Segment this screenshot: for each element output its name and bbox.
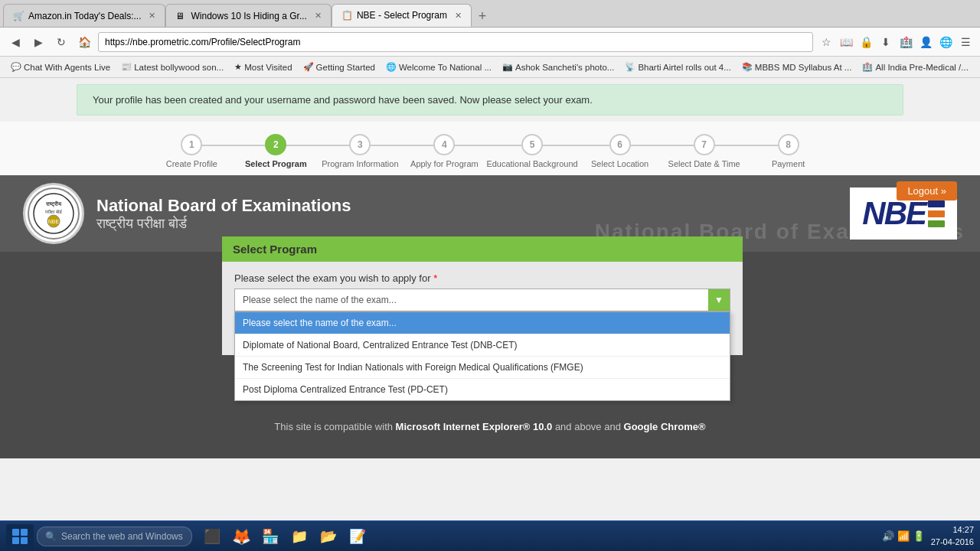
bookmark-bollywood[interactable]: 📰 Latest bollywood son... xyxy=(116,60,228,73)
menu-icon[interactable]: ☰ xyxy=(957,34,974,51)
home-button[interactable]: 🏠 xyxy=(75,33,93,51)
tab-nbe[interactable]: 📋 NBE - Select Program ✕ xyxy=(332,4,472,27)
signal-icon: 📡 xyxy=(625,62,635,72)
step-circle-3: 3 xyxy=(349,134,371,155)
step-circle-4: 4 xyxy=(433,134,455,155)
dropdown-option-dnb[interactable]: Diplomate of National Board, Centralized… xyxy=(235,334,730,357)
bookmark-chat[interactable]: 💬 Chat With Agents Live xyxy=(6,60,115,73)
taskbar-app-folder[interactable]: 📁 xyxy=(286,523,313,550)
taskbar-app-task-view[interactable]: ⬛ xyxy=(198,523,226,550)
nbe-bar-blue xyxy=(928,201,945,207)
tab-favicon-amazon: 🛒 xyxy=(13,11,24,21)
taskbar-app-folder2[interactable]: 📂 xyxy=(315,523,342,550)
taskbar-right: 🔊 📶 🔋 14:27 27-04-2016 xyxy=(882,524,974,548)
dropdown-option-pdcet[interactable]: Post Diploma Centralized Entrance Test (… xyxy=(235,379,730,400)
system-tray: 🔊 📶 🔋 xyxy=(882,530,925,542)
step-5: 5 Educational Background xyxy=(486,134,577,169)
step-circle-8: 8 xyxy=(778,134,799,155)
taskbar-app-store[interactable]: 🏪 xyxy=(256,523,284,550)
bookmark-medical[interactable]: 🏥 All India Pre-Medical /... xyxy=(858,60,972,73)
step-8: 8 Payment xyxy=(746,134,831,169)
bookmark-visited[interactable]: ★ Most Visited xyxy=(230,60,296,73)
bookmark-icon[interactable]: ☆ xyxy=(818,34,835,51)
chrome-text: Google Chrome® xyxy=(624,421,706,432)
profile-icon[interactable]: 👤 xyxy=(917,34,934,51)
tab-close-amazon[interactable]: ✕ xyxy=(149,11,155,21)
notification-bar: Your profile has been created and your u… xyxy=(77,84,903,116)
tab-close-nbe[interactable]: ✕ xyxy=(455,11,462,21)
taskbar-search-input[interactable] xyxy=(61,531,184,542)
firefox-sync-icon[interactable]: 🔒 xyxy=(858,34,874,51)
taskbar-apps: ⬛ 🦊 🏪 📁 📂 📝 xyxy=(198,523,371,550)
bookmark-mbbs[interactable]: 📚 MBBS MD Syllabus At ... xyxy=(737,60,857,73)
step-3: 3 Program Information xyxy=(318,134,402,169)
clock-date: 27-04-2016 xyxy=(931,536,974,548)
rocket-icon: 🚀 xyxy=(303,62,314,72)
windows-logo xyxy=(12,529,28,544)
taskbar-app-firefox[interactable]: 🦊 xyxy=(227,523,255,550)
start-button[interactable] xyxy=(6,524,34,549)
browser-tab-bar: 🛒 Amazon.in Today's Deals:... ✕ 🖥 Window… xyxy=(0,0,980,28)
svg-text:परीक्षा बोर्ड: परीक्षा बोर्ड xyxy=(44,209,62,214)
select-program-form: Select Program Please select the exam yo… xyxy=(222,236,743,355)
step-circle-6: 6 xyxy=(609,134,631,155)
step-2: 2 Select Program xyxy=(234,134,318,169)
select-arrow-icon: ▼ xyxy=(708,289,730,311)
tab-favicon-nbe: 📋 xyxy=(341,10,352,21)
step-circle-1: 1 xyxy=(181,134,202,155)
exam-select-wrapper: Please select the name of the exam... ▼ … xyxy=(234,289,730,311)
step-label-6: Select Location xyxy=(591,158,648,169)
bookmark-national[interactable]: 🌐 Welcome To National ... xyxy=(381,60,496,73)
new-tab-button[interactable]: + xyxy=(472,5,493,27)
back-button[interactable]: ◀ xyxy=(6,33,24,51)
org-name-hindi: राष्ट्रीय परीक्षा बोर्ड xyxy=(96,216,351,232)
bookmark-photo[interactable]: 📷 Ashok Sancheti's photo... xyxy=(498,60,619,73)
header-left: राष्ट्रीय परीक्षा बोर्ड NBE National Boa… xyxy=(23,183,351,244)
address-input[interactable] xyxy=(98,32,813,52)
tray-icon-2: 📶 xyxy=(897,530,910,542)
step-label-7: Select Date & Time xyxy=(668,158,740,169)
required-marker: * xyxy=(433,272,437,284)
step-label-4: Apply for Program xyxy=(410,158,479,169)
search-icon: 🔍 xyxy=(45,531,57,542)
form-body: Please select the exam you wish to apply… xyxy=(222,262,743,322)
step-label-8: Payment xyxy=(772,158,805,169)
mozilla-icon[interactable]: 🌐 xyxy=(937,34,954,51)
step-circle-2: 2 xyxy=(265,134,286,155)
photo-icon: 📷 xyxy=(502,62,513,72)
step-7: 7 Select Date & Time xyxy=(662,134,746,169)
dropdown-option-placeholder[interactable]: Please select the name of the exam... xyxy=(235,312,730,334)
emblem-svg: राष्ट्रीय परीक्षा बोर्ड NBE xyxy=(28,187,80,240)
tab-close-windows[interactable]: ✕ xyxy=(315,11,322,21)
tab-windows[interactable]: 🖥 Windows 10 Is Hiding a Gr... ✕ xyxy=(165,4,331,27)
download-icon[interactable]: ⬇ xyxy=(877,34,894,51)
step-label-2: Select Program xyxy=(245,158,307,169)
nbe-letters: NBE xyxy=(862,195,926,232)
page-content: Your profile has been created and your u… xyxy=(0,78,980,527)
nbe-color-bars xyxy=(928,201,945,227)
forward-button[interactable]: ▶ xyxy=(29,33,47,51)
news-icon: 📰 xyxy=(121,62,132,72)
exam-select-display[interactable]: Please select the name of the exam... ▼ xyxy=(234,289,730,311)
step-4: 4 Apply for Program xyxy=(402,134,486,169)
bookmark-airtel[interactable]: 📡 Bharti Airtel rolls out 4... xyxy=(620,60,735,73)
reader-icon[interactable]: 📖 xyxy=(838,34,854,51)
form-title: Select Program xyxy=(222,236,743,262)
header-title: National Board of Examinations राष्ट्रीय… xyxy=(96,196,351,232)
dropdown-option-fmge[interactable]: The Screening Test for Indian Nationals … xyxy=(235,357,730,379)
logout-button[interactable]: Logout » xyxy=(897,181,957,201)
tab-label-nbe: NBE - Select Program xyxy=(357,10,447,21)
nbe-icon[interactable]: 🏥 xyxy=(897,34,914,51)
nbe-bar-orange xyxy=(928,210,945,217)
bookmark-started[interactable]: 🚀 Getting Started xyxy=(299,60,380,73)
tray-icon-3: 🔋 xyxy=(913,530,925,542)
step-circle-5: 5 xyxy=(521,134,543,155)
step-6: 6 Select Location xyxy=(578,134,662,169)
taskbar-app-word[interactable]: 📝 xyxy=(344,523,371,550)
nbe-bar-green xyxy=(928,220,945,227)
tab-amazon[interactable]: 🛒 Amazon.in Today's Deals:... ✕ xyxy=(3,4,165,27)
taskbar-search-bar[interactable]: 🔍 xyxy=(37,527,192,546)
form-label: Please select the exam you wish to apply… xyxy=(234,272,730,284)
refresh-button[interactable]: ↻ xyxy=(52,33,70,51)
step-1: 1 Create Profile xyxy=(149,134,234,169)
